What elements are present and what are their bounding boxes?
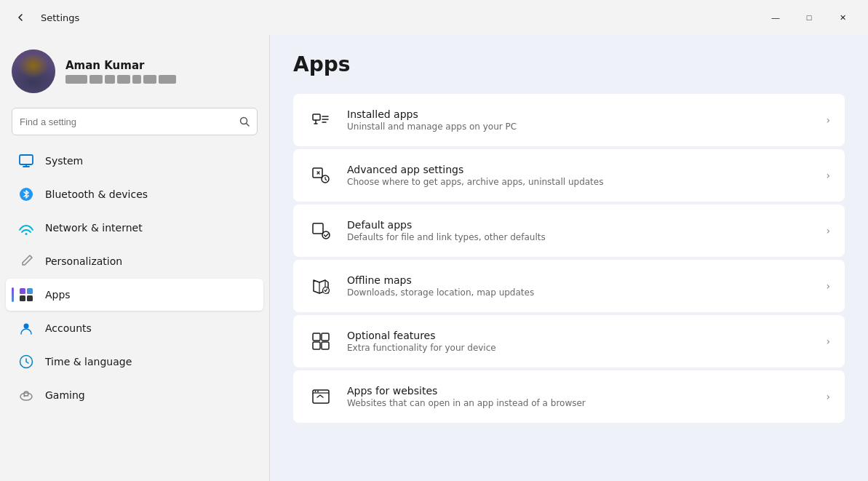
- search-container: [0, 105, 269, 144]
- offline-maps-text: Offline maps Downloads, storage location…: [347, 274, 813, 298]
- svg-point-12: [28, 395, 29, 397]
- installed-apps-name: Installed apps: [347, 108, 813, 120]
- dot-4: [117, 75, 130, 84]
- sidebar-item-gaming[interactable]: Gaming: [6, 379, 263, 411]
- sidebar-item-system[interactable]: System: [6, 145, 263, 177]
- svg-rect-21: [313, 342, 320, 349]
- avatar: [12, 49, 55, 93]
- minimize-button[interactable]: —: [759, 6, 792, 29]
- sidebar-item-apps[interactable]: Apps: [6, 279, 263, 311]
- default-apps-chevron: ›: [826, 225, 830, 236]
- default-apps-desc: Defaults for file and link types, other …: [347, 232, 813, 242]
- sidebar-item-personalization[interactable]: Personalization: [6, 245, 263, 277]
- close-button[interactable]: ✕: [826, 6, 859, 29]
- avatar-image: [12, 49, 55, 93]
- advanced-app-settings-card[interactable]: Advanced app settings Choose where to ge…: [293, 149, 845, 202]
- svg-rect-20: [322, 333, 329, 341]
- optional-features-icon: [308, 328, 334, 354]
- svg-rect-1: [20, 155, 33, 164]
- maximize-button[interactable]: □: [792, 6, 826, 29]
- optional-features-desc: Extra functionality for your device: [347, 343, 813, 353]
- apps-for-websites-card[interactable]: Apps for websites Websites that can open…: [293, 370, 845, 423]
- time-icon: [17, 353, 35, 370]
- offline-maps-icon: [308, 273, 334, 299]
- page-title: Apps: [293, 52, 845, 76]
- advanced-app-settings-text: Advanced app settings Choose where to ge…: [347, 164, 813, 187]
- bluetooth-icon: [17, 186, 35, 203]
- svg-point-10: [20, 393, 32, 400]
- apps-for-websites-desc: Websites that can open in an app instead…: [347, 398, 813, 408]
- sidebar-item-network[interactable]: Network & internet: [6, 212, 263, 244]
- search-box[interactable]: [12, 108, 258, 135]
- dot-7: [159, 75, 176, 84]
- back-button[interactable]: [9, 6, 32, 29]
- advanced-app-settings-icon: [308, 162, 334, 188]
- optional-features-item: Optional features Extra functionality fo…: [293, 315, 845, 367]
- installed-apps-desc: Uninstall and manage apps on your PC: [347, 122, 813, 132]
- advanced-app-settings-desc: Choose where to get apps, archive apps, …: [347, 177, 813, 187]
- svg-rect-4: [20, 288, 25, 294]
- sidebar-item-bluetooth[interactable]: Bluetooth & devices: [6, 178, 263, 210]
- app-title: Settings: [41, 12, 750, 23]
- svg-rect-14: [313, 168, 322, 178]
- optional-features-chevron: ›: [826, 335, 830, 347]
- sidebar-item-system-label: System: [45, 155, 83, 167]
- svg-point-8: [24, 324, 29, 329]
- optional-features-card[interactable]: Optional features Extra functionality fo…: [293, 315, 845, 367]
- apps-for-websites-icon: [308, 383, 334, 410]
- sidebar-item-accounts[interactable]: Accounts: [6, 312, 263, 344]
- sidebar-item-bluetooth-label: Bluetooth & devices: [45, 188, 148, 200]
- installed-apps-icon: [308, 107, 334, 133]
- sidebar-item-personalization-label: Personalization: [45, 255, 122, 267]
- user-info: Aman Kumar: [65, 59, 176, 84]
- installed-apps-item: Installed apps Uninstall and manage apps…: [293, 94, 845, 146]
- default-apps-icon: [308, 218, 334, 244]
- network-icon: [17, 219, 35, 236]
- apps-for-websites-item: Apps for websites Websites that can open…: [293, 370, 845, 423]
- sidebar-item-apps-label: Apps: [45, 289, 71, 301]
- dot-3: [105, 75, 115, 84]
- sidebar-item-time[interactable]: Time & language: [6, 346, 263, 378]
- installed-apps-text: Installed apps Uninstall and manage apps…: [347, 108, 813, 132]
- default-apps-card[interactable]: Default apps Defaults for file and link …: [293, 204, 845, 257]
- sidebar: Aman Kumar: [0, 35, 269, 481]
- accounts-icon: [17, 319, 35, 337]
- sidebar-item-network-label: Network & internet: [45, 222, 143, 234]
- svg-rect-19: [313, 333, 320, 341]
- search-input[interactable]: [20, 116, 234, 127]
- installed-apps-card[interactable]: Installed apps Uninstall and manage apps…: [293, 94, 845, 146]
- svg-rect-5: [27, 288, 33, 294]
- sidebar-item-accounts-label: Accounts: [45, 322, 92, 334]
- default-apps-text: Default apps Defaults for file and link …: [347, 219, 813, 242]
- advanced-app-settings-name: Advanced app settings: [347, 164, 813, 175]
- user-name: Aman Kumar: [65, 59, 176, 72]
- offline-maps-desc: Downloads, storage location, map updates: [347, 287, 813, 298]
- titlebar: Settings — □ ✕: [0, 0, 868, 35]
- main-layout: Aman Kumar: [0, 35, 868, 481]
- optional-features-text: Optional features Extra functionality fo…: [347, 330, 813, 353]
- dot-2: [89, 75, 103, 84]
- apps-for-websites-chevron: ›: [826, 391, 830, 402]
- offline-maps-name: Offline maps: [347, 274, 813, 286]
- user-dots: [65, 75, 176, 84]
- offline-maps-chevron: ›: [826, 280, 830, 292]
- advanced-app-settings-item: Advanced app settings Choose where to ge…: [293, 149, 845, 202]
- svg-rect-13: [313, 114, 320, 120]
- svg-rect-22: [322, 342, 329, 349]
- svg-rect-7: [27, 295, 33, 301]
- default-apps-item: Default apps Defaults for file and link …: [293, 204, 845, 257]
- dot-6: [143, 75, 156, 84]
- svg-rect-6: [20, 295, 25, 301]
- dot-1: [65, 75, 87, 84]
- svg-rect-16: [313, 223, 323, 234]
- apps-icon: [17, 286, 35, 303]
- offline-maps-card[interactable]: Offline maps Downloads, storage location…: [293, 260, 845, 312]
- gaming-icon: [17, 386, 35, 404]
- optional-features-name: Optional features: [347, 330, 813, 341]
- advanced-app-settings-chevron: ›: [826, 170, 830, 181]
- apps-for-websites-name: Apps for websites: [347, 385, 813, 397]
- sidebar-item-gaming-label: Gaming: [45, 389, 85, 401]
- svg-point-24: [315, 391, 316, 392]
- window-controls: — □ ✕: [759, 6, 859, 29]
- personalization-icon: [17, 253, 35, 270]
